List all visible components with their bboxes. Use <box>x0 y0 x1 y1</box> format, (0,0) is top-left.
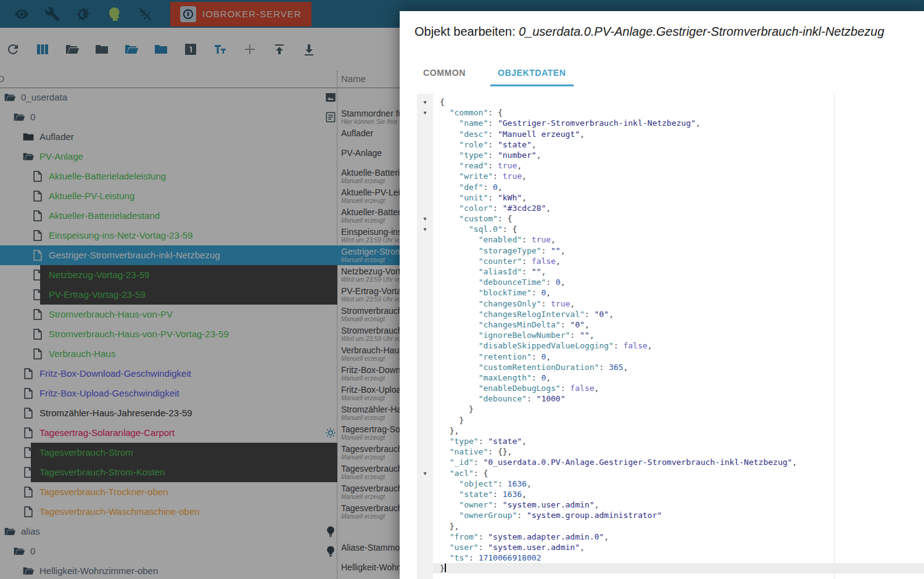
dialog-tabs: COMMON OBJEKTDATEN <box>416 60 574 86</box>
fold-arrow[interactable]: ▾ <box>417 213 433 224</box>
code-line[interactable]: "changesMinDelta": "0", <box>433 319 924 330</box>
json-editor[interactable]: ▾▾▾▾▾ { "common": { "name": "Gestriger-S… <box>400 94 924 579</box>
code-line[interactable]: } <box>433 415 924 425</box>
code-line[interactable]: }, <box>433 425 924 436</box>
code-line[interactable]: "color": "#3cdc28", <box>433 203 924 213</box>
code-line[interactable]: "counter": false, <box>433 256 924 266</box>
tab-common[interactable]: COMMON <box>416 60 473 86</box>
code-line[interactable]: "enableDebugLogs": false, <box>433 383 924 393</box>
code-line[interactable]: "role": "state", <box>433 139 924 150</box>
editor-fold-gutter: ▾▾▾▾▾ <box>417 94 433 579</box>
code-line[interactable]: "user": "system.user.admin", <box>433 542 924 552</box>
code-line[interactable]: "storageType": "", <box>433 245 924 256</box>
code-line[interactable]: "def": 0, <box>433 182 924 192</box>
code-line[interactable]: "common": { <box>433 107 924 118</box>
code-line[interactable]: "type": "number", <box>433 150 924 160</box>
code-line[interactable]: "_id": "0_userdata.0.PV-Anlage.Gestriger… <box>433 457 924 467</box>
dialog-title: Objekt bearbeiten: 0_userdata.0.PV-Anlag… <box>415 25 885 39</box>
fold-arrow[interactable]: ▾ <box>417 224 433 234</box>
code-line[interactable]: "retention": 0, <box>433 351 924 362</box>
code-line[interactable]: "disableSkippedValueLogging": false, <box>433 340 924 351</box>
code-line[interactable]: "object": 1636, <box>433 478 924 489</box>
text-cursor <box>445 564 446 572</box>
code-line[interactable]: "ownerGroup": "system.group.administrato… <box>433 510 924 520</box>
code-line[interactable]: "maxLength": 0, <box>433 372 924 383</box>
code-line[interactable]: "sql.0": { <box>433 224 924 234</box>
screen: IOBROKER-SERVER ID Name 0_userdata0Stamm… <box>0 0 924 579</box>
code-line[interactable]: "read": true, <box>433 160 924 171</box>
code-line[interactable]: "changesRelogInterval": "0", <box>433 309 924 319</box>
code-line[interactable]: "state": 1636, <box>433 489 924 499</box>
editor-code[interactable]: { "common": { "name": "Gestriger-Stromve… <box>433 97 924 573</box>
code-line[interactable]: "blockTime": 0, <box>433 287 924 298</box>
fold-arrow[interactable]: ▾ <box>417 107 433 118</box>
code-line[interactable]: { <box>433 97 924 107</box>
code-line[interactable]: "enabled": true, <box>433 234 924 245</box>
tab-objektdaten[interactable]: OBJEKTDATEN <box>490 60 574 86</box>
code-line[interactable]: "acl": { <box>433 468 924 478</box>
code-line[interactable]: } <box>433 563 924 573</box>
code-line[interactable]: "ts": 1710066918002 <box>433 552 924 563</box>
code-line[interactable]: "customRetentionDuration": 365, <box>433 362 924 372</box>
code-line[interactable]: "type": "state", <box>433 436 924 446</box>
code-line[interactable]: "owner": "system.user.admin", <box>433 499 924 510</box>
dialog-title-prefix: Objekt bearbeiten: <box>415 25 519 38</box>
code-line[interactable]: "write": true, <box>433 171 924 181</box>
fold-arrow[interactable]: ▾ <box>417 97 433 107</box>
code-line[interactable]: "name": "Gestriger-Stromverbrauch-inkl-N… <box>433 118 924 128</box>
code-line[interactable]: "native": {}, <box>433 446 924 457</box>
code-line[interactable]: "desc": "Manuell erzeugt", <box>433 129 924 139</box>
code-line[interactable]: "aliasId": "", <box>433 266 924 277</box>
code-line[interactable]: "unit": "kWh", <box>433 192 924 203</box>
code-line[interactable]: "from": "system.adapter.admin.0", <box>433 532 924 542</box>
code-line[interactable]: "changesOnly": true, <box>433 298 924 309</box>
code-line[interactable]: } <box>433 404 924 414</box>
edit-object-dialog: Objekt bearbeiten: 0_userdata.0.PV-Anlag… <box>400 11 924 579</box>
code-line[interactable]: "custom": { <box>433 213 924 224</box>
code-line[interactable]: "debounce": "1000" <box>433 393 924 404</box>
code-line[interactable]: "debounceTime": 0, <box>433 277 924 287</box>
dialog-title-object-id: 0_userdata.0.PV-Anlage.Gestriger-Stromve… <box>519 25 885 38</box>
code-line[interactable]: "ignoreBelowNumber": "", <box>433 330 924 340</box>
fold-arrow[interactable]: ▾ <box>417 468 433 478</box>
code-line[interactable]: }, <box>433 521 924 532</box>
